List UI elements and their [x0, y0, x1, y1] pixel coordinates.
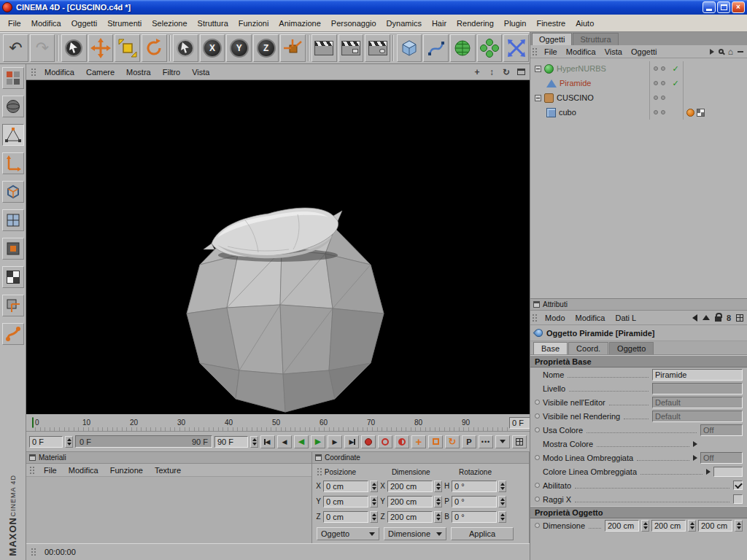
texture-tag-icon[interactable]	[697, 109, 705, 117]
viewport-menu-vista[interactable]: Vista	[186, 66, 215, 79]
minimize-button[interactable]	[703, 1, 716, 13]
coordinate-system-button[interactable]	[280, 34, 306, 62]
camera-zoom-icon[interactable]: ↕	[486, 66, 498, 78]
menu-aiuto[interactable]: Aiuto	[570, 16, 599, 31]
sort-up-icon[interactable]	[703, 315, 710, 320]
ik-mode-button[interactable]	[2, 323, 24, 345]
goto-end-button[interactable]: ▶	[344, 435, 359, 448]
menu-finestre[interactable]: Finestre	[531, 16, 570, 31]
tab-struttura[interactable]: Struttura	[573, 33, 618, 45]
xray-checkbox[interactable]	[733, 494, 743, 504]
layer-field[interactable]	[652, 383, 743, 394]
materials-list-area[interactable]	[26, 477, 311, 543]
dim-z-stepper[interactable]	[434, 511, 442, 523]
rot-h-field[interactable]: 0 °	[452, 481, 497, 492]
lock-z-axis-button[interactable]: Z	[253, 34, 279, 62]
dim-x-field[interactable]: 200 cm	[387, 481, 433, 492]
om-menu-vista[interactable]: Vista	[600, 46, 627, 58]
range-start-field[interactable]: 0 F	[29, 436, 63, 448]
enabled-toggle[interactable]	[668, 90, 683, 105]
animation-dot[interactable]	[535, 413, 540, 419]
search-icon[interactable]	[719, 49, 724, 54]
tab-coord[interactable]: Coord.	[568, 342, 608, 354]
menu-struttura[interactable]: Struttura	[193, 16, 233, 31]
add-spline-button[interactable]	[423, 34, 449, 62]
edge-mode-button[interactable]	[2, 181, 24, 203]
om-menu-modifica[interactable]: Modifica	[562, 46, 600, 58]
dim-y-field[interactable]: 200 cm	[387, 496, 433, 508]
timeline-ticks[interactable]: 0 10 20 30 40 50 60 70 80 90	[35, 414, 509, 431]
menu-funzioni[interactable]: Funzioni	[233, 16, 274, 31]
rot-b-field[interactable]: 0 °	[452, 511, 497, 523]
pos-x-stepper[interactable]	[370, 481, 378, 492]
pos-z-field[interactable]: 0 cm	[323, 511, 368, 523]
key-position-toggle[interactable]: +	[411, 435, 426, 448]
animation-dot[interactable]	[535, 483, 540, 488]
coord-mode-dropdown[interactable]: Oggetto	[317, 527, 379, 540]
texture-mode-button[interactable]	[2, 266, 24, 288]
add-array-button[interactable]	[477, 34, 503, 62]
lock-icon[interactable]	[715, 316, 721, 322]
rot-p-field[interactable]: 0 °	[452, 496, 497, 508]
rot-p-stepper[interactable]	[498, 496, 506, 508]
timeline-slider-knob[interactable]	[32, 417, 34, 428]
range-end-stepper[interactable]	[250, 436, 258, 448]
coordinates-grip[interactable]	[317, 467, 323, 476]
viewport-menu-modifica[interactable]: Modifica	[39, 66, 80, 79]
collapse-toggle-icon[interactable]	[535, 66, 541, 72]
tree-item-cuscino[interactable]: CUSCINO	[530, 90, 747, 105]
restore-button[interactable]	[717, 1, 730, 13]
animation-dot[interactable]	[535, 497, 540, 502]
dim-x-stepper[interactable]	[434, 481, 442, 492]
move-tool[interactable]	[88, 34, 114, 62]
viewport-canvas[interactable]	[26, 80, 530, 414]
pos-z-stepper[interactable]	[370, 511, 378, 523]
visibility-toggles[interactable]	[649, 105, 668, 120]
animation-dot[interactable]	[535, 400, 540, 405]
size-x-stepper[interactable]	[641, 520, 649, 532]
menu-plugin[interactable]: Plugin	[499, 16, 532, 31]
viewport-menu-filtro[interactable]: Filtro	[157, 66, 186, 79]
prev-key-button[interactable]: ◀	[277, 435, 292, 448]
attributes-grip[interactable]	[532, 314, 538, 322]
viewport-menu-mostra[interactable]: Mostra	[120, 66, 157, 79]
add-deformer-button[interactable]	[503, 34, 529, 62]
pos-y-stepper[interactable]	[370, 496, 378, 508]
scroll-right-icon[interactable]	[710, 49, 714, 55]
menu-oggetti[interactable]: Oggetti	[66, 16, 102, 31]
attr-menu-modifica[interactable]: Modifica	[570, 312, 611, 324]
lock-y-axis-button[interactable]: Y	[226, 34, 252, 62]
expand-arrow-icon[interactable]	[693, 441, 697, 447]
animation-dot[interactable]	[535, 455, 540, 460]
apply-button[interactable]: Applica	[451, 527, 514, 540]
record-options-button[interactable]	[395, 435, 409, 448]
menu-rendering[interactable]: Rendering	[452, 16, 499, 31]
rot-b-stepper[interactable]	[498, 511, 506, 523]
phong-tag-icon[interactable]	[686, 109, 694, 117]
collapse-toggle-icon[interactable]	[535, 95, 541, 101]
tree-item-cubo[interactable]: cubo	[530, 105, 747, 120]
render-settings-button[interactable]	[365, 34, 390, 62]
point-mode-button[interactable]	[2, 124, 24, 146]
close-button[interactable]: ×	[732, 1, 745, 13]
snap-settings-button[interactable]	[512, 435, 527, 448]
camera-pan-icon[interactable]: +	[471, 66, 483, 78]
visibility-toggles[interactable]	[649, 76, 668, 90]
play-backward-button[interactable]: ◀	[294, 435, 309, 448]
rotate-tool[interactable]	[142, 34, 167, 62]
next-key-button[interactable]: ▶	[328, 435, 342, 448]
view-toggle-icon[interactable]	[515, 66, 527, 78]
menu-personaggio[interactable]: Personaggio	[326, 16, 382, 31]
pos-y-field[interactable]: 0 cm	[323, 496, 368, 508]
render-view-button[interactable]	[311, 34, 337, 62]
scale-tool[interactable]	[115, 34, 140, 62]
object-manager-grip[interactable]	[532, 47, 538, 56]
menu-modifica[interactable]: Modifica	[26, 16, 66, 31]
shaded-line-color-swatch[interactable]	[713, 467, 743, 477]
menu-hair[interactable]: Hair	[427, 16, 452, 31]
enabled-toggle[interactable]: ✓	[668, 76, 683, 90]
viewport-menu-grip[interactable]	[31, 68, 37, 77]
model-mode-button[interactable]	[2, 96, 24, 117]
play-button[interactable]: ▶	[311, 435, 325, 448]
last-tool-button[interactable]	[173, 34, 198, 62]
